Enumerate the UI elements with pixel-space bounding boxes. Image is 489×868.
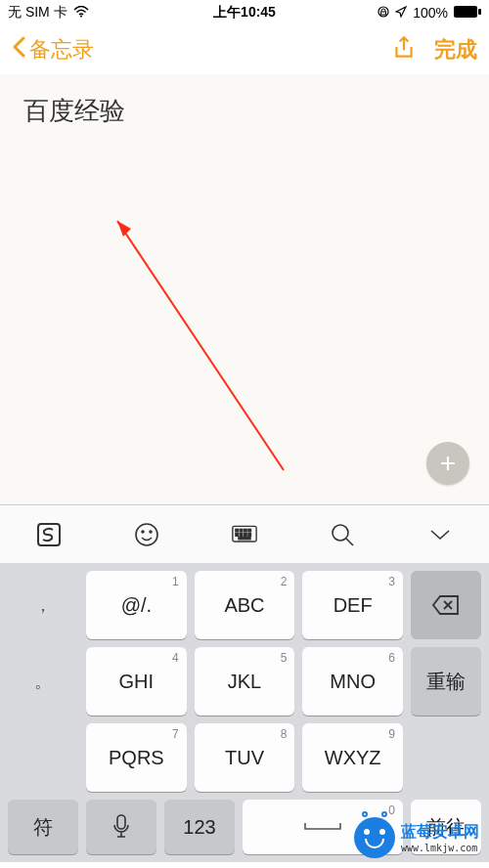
nav-bar: 备忘录 完成 (0, 25, 489, 74)
key-empty (8, 723, 78, 792)
key-reinput[interactable]: 重输 (411, 647, 481, 716)
key-1[interactable]: 1@/. (86, 571, 187, 639)
key-4[interactable]: 4GHI (86, 647, 187, 716)
keyboard-icon[interactable] (225, 515, 264, 554)
key-empty2 (411, 723, 481, 792)
svg-rect-11 (236, 529, 239, 532)
share-icon[interactable] (391, 35, 417, 65)
back-button[interactable]: 备忘录 (12, 35, 94, 65)
key-123[interactable]: 123 (164, 800, 235, 854)
key-2[interactable]: 2ABC (195, 571, 295, 639)
svg-rect-14 (248, 529, 251, 532)
emoji-icon[interactable] (127, 515, 166, 554)
svg-rect-19 (239, 537, 250, 539)
watermark-title: 蓝莓安卓网 (401, 823, 479, 840)
status-bar: 无 SIM 卡 上午10:45 100% (0, 0, 489, 25)
sogou-logo-icon[interactable] (29, 515, 68, 554)
watermark: 蓝莓安卓网 www.lmkjw.com (354, 817, 479, 858)
mic-icon (112, 814, 130, 840)
key-5[interactable]: 5JKL (195, 647, 295, 716)
svg-rect-24 (117, 815, 125, 829)
plus-icon: + (440, 450, 456, 477)
svg-rect-17 (244, 533, 247, 536)
search-icon[interactable] (323, 515, 362, 554)
keyboard-toolbar (0, 504, 489, 563)
svg-point-0 (80, 16, 82, 18)
note-text: 百度经验 (23, 94, 466, 128)
key-voice[interactable] (86, 800, 156, 854)
status-time: 上午10:45 (213, 4, 276, 22)
done-button[interactable]: 完成 (434, 35, 477, 65)
svg-rect-13 (244, 529, 247, 532)
key-period[interactable]: 。 (8, 647, 78, 716)
svg-rect-16 (240, 533, 243, 536)
svg-rect-18 (248, 533, 251, 536)
battery-text: 100% (413, 5, 448, 21)
key-7[interactable]: 7PQRS (86, 723, 187, 792)
key-6[interactable]: 6MNO (302, 647, 403, 716)
svg-line-21 (346, 539, 353, 545)
hide-keyboard-icon[interactable] (421, 515, 460, 554)
chevron-left-icon (12, 35, 27, 65)
svg-rect-2 (454, 6, 477, 18)
key-delete[interactable] (411, 571, 481, 639)
svg-marker-5 (117, 221, 131, 237)
note-area[interactable]: 百度经验 + (0, 74, 489, 504)
key-8[interactable]: 8TUV (195, 723, 295, 792)
key-9[interactable]: 9WXYZ (302, 723, 403, 792)
battery-icon (454, 5, 481, 21)
svg-point-20 (333, 525, 348, 541)
key-symbol[interactable]: 符 (8, 800, 78, 854)
svg-point-7 (136, 524, 157, 545)
watermark-icon (354, 817, 395, 858)
svg-rect-3 (478, 9, 481, 15)
svg-rect-12 (240, 529, 243, 532)
svg-rect-15 (236, 533, 239, 536)
location-icon (395, 5, 407, 21)
back-label: 备忘录 (29, 35, 94, 65)
svg-point-8 (142, 531, 144, 533)
wifi-icon (73, 5, 89, 21)
space-icon (303, 821, 342, 833)
key-3[interactable]: 3DEF (302, 571, 403, 639)
watermark-url: www.lmkjw.com (401, 843, 479, 853)
annotation-arrow (108, 211, 303, 485)
svg-line-4 (117, 221, 284, 470)
lock-icon (378, 5, 389, 21)
svg-point-9 (150, 531, 152, 533)
key-comma[interactable]: ， (8, 571, 78, 639)
add-button[interactable]: + (426, 442, 469, 485)
carrier-text: 无 SIM 卡 (8, 4, 67, 22)
